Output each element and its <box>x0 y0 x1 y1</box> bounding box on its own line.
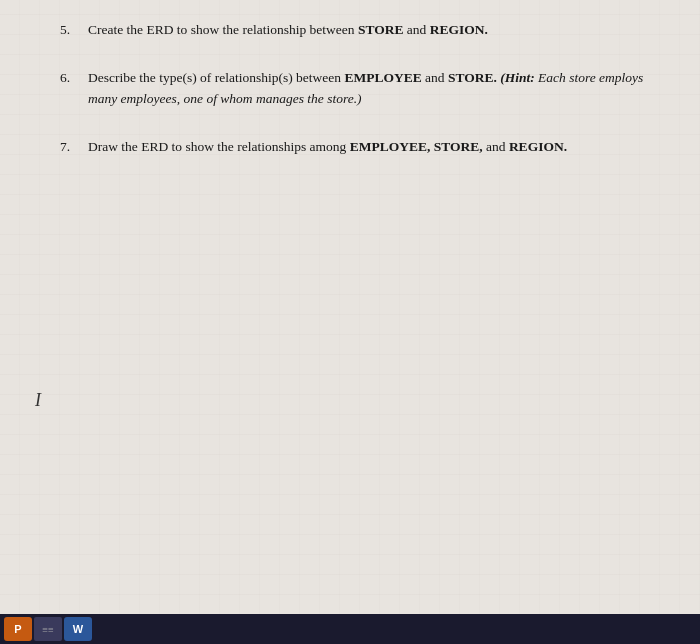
text-cursor: I <box>35 390 41 411</box>
question-7-text: Draw the ERD to show the relationships a… <box>88 137 660 157</box>
powerpoint-icon: P <box>14 623 21 635</box>
word-icon: W <box>73 623 83 635</box>
question-6-text: Describe the type(s) of relationship(s) … <box>88 68 660 109</box>
question-5-text: Create the ERD to show the relationship … <box>88 20 660 40</box>
question-5: 5. Create the ERD to show the relationsh… <box>60 20 660 40</box>
question-7: 7. Draw the ERD to show the relationship… <box>60 137 660 157</box>
taskbar: P ≡≡ W <box>0 614 700 644</box>
files-icon: ≡≡ <box>42 624 53 635</box>
taskbar-powerpoint-button[interactable]: P <box>4 617 32 641</box>
taskbar-files-button[interactable]: ≡≡ <box>34 617 62 641</box>
question-6: 6. Describe the type(s) of relationship(… <box>60 68 660 109</box>
question-6-number: 6. <box>60 68 88 109</box>
question-5-number: 5. <box>60 20 88 40</box>
taskbar-word-button[interactable]: W <box>64 617 92 641</box>
question-7-number: 7. <box>60 137 88 157</box>
document-area: 5. Create the ERD to show the relationsh… <box>0 0 700 614</box>
